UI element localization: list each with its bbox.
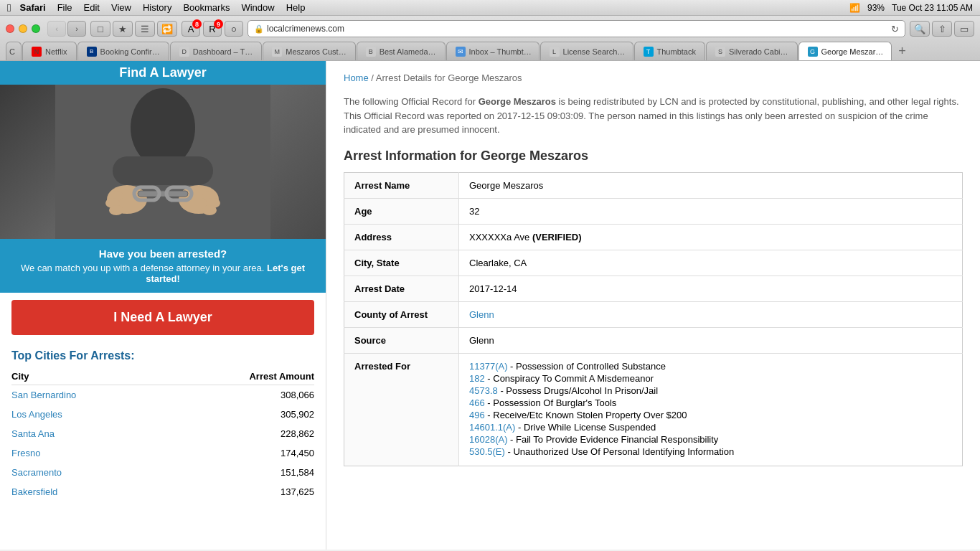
breadcrumb-current: Arrest Details for George Meszaros [376, 72, 522, 83]
menu-edit[interactable]: Edit [84, 2, 100, 13]
ext-other-icon[interactable]: ○ [225, 21, 243, 37]
city-col-header: City [11, 368, 163, 385]
field-label: Arrested For [344, 353, 459, 466]
menu-safari[interactable]: Safari [19, 2, 45, 13]
menu-history[interactable]: History [143, 2, 171, 13]
search-button[interactable]: 🔍 [910, 21, 930, 37]
arrest-info-table: Arrest NameGeorge MeszarosAge32AddressXX… [344, 172, 963, 466]
show-tab-overview-button[interactable]: □ [90, 21, 110, 37]
lawyer-image [0, 85, 326, 239]
tab-booking-label: Booking Confir… [100, 47, 160, 56]
minimize-window-button[interactable] [19, 24, 27, 33]
reload-button[interactable]: ↻ [891, 24, 899, 34]
charge-item: 4573.8 - Possess Drugs/Alcohol In Prison… [469, 385, 952, 396]
tab-meszaros-cust[interactable]: M Meszaros Cust… [263, 42, 355, 60]
city-count: 308,066 [163, 385, 314, 405]
field-value: 2017-12-14 [459, 276, 963, 301]
show-favorites-button[interactable]: ★ [113, 21, 133, 37]
new-tab-button[interactable]: + [892, 42, 913, 60]
back-button[interactable]: ‹ [47, 21, 66, 37]
menu-bookmarks[interactable]: Bookmarks [183, 2, 230, 13]
george-meszar-favicon: G [808, 47, 818, 57]
field-label: Arrest Date [344, 276, 459, 301]
tab-thumbtack[interactable]: T Thumbtack [634, 42, 705, 60]
city-link[interactable]: Sacramento [11, 467, 62, 478]
info-row: Arrested For11377(A) - Possession of Con… [344, 353, 963, 466]
tab-silverado[interactable]: S Silverado Cabi… [706, 42, 798, 60]
tab-george-meszar[interactable]: G George Meszar… [798, 42, 892, 60]
sidebar: Find A Lawyer [0, 61, 326, 550]
tab-dashboard[interactable]: D Dashboard – T… [170, 42, 263, 60]
menubar:  Safari File Edit View History Bookmark… [0, 0, 980, 16]
tab-best-alameda[interactable]: B Best Alameda… [357, 42, 446, 60]
tab-netflix[interactable]: N Netflix [22, 42, 77, 60]
info-row: City, StateClearlake, CA [344, 250, 963, 276]
charge-link[interactable]: 4573.8 [469, 385, 498, 396]
legal-notice: The following Official Record for George… [344, 95, 963, 137]
menu-help[interactable]: Help [286, 2, 306, 13]
top-cities-title: Top Cities For Arrests: [11, 349, 314, 362]
county-link[interactable]: Glenn [469, 309, 494, 320]
apple-menu[interactable]:  [7, 1, 11, 14]
legal-name: George Meszaros [479, 96, 556, 107]
city-link[interactable]: Los Angeles [11, 409, 62, 420]
address-bar[interactable]: 🔒 localcrimenews.com ↻ [248, 20, 905, 37]
i-need-a-lawyer-button[interactable]: I Need A Lawyer [11, 300, 314, 335]
city-row: Santa Ana 228,862 [11, 424, 314, 443]
inbox-favicon: ✉ [456, 47, 466, 57]
forward-button[interactable]: › [67, 21, 86, 37]
tab-c[interactable]: C [6, 42, 22, 60]
show-sidebar-button[interactable]: ☰ [135, 21, 155, 37]
page-area: Find A Lawyer [0, 61, 980, 550]
field-value-link: Glenn [459, 301, 963, 327]
breadcrumb-home-link[interactable]: Home [344, 72, 369, 83]
charge-link[interactable]: 466 [469, 397, 485, 408]
tab-inbox[interactable]: ✉ Inbox – Thumbt… [446, 42, 540, 60]
tab-booking[interactable]: B Booking Confir… [77, 42, 169, 60]
charge-link[interactable]: 11377(A) [469, 361, 507, 372]
field-label: Arrest Name [344, 172, 459, 198]
tab-george-meszar-label: George Meszar… [821, 47, 884, 56]
charge-link[interactable]: 14601.1(A) [469, 422, 515, 433]
menu-window[interactable]: Window [241, 2, 274, 13]
city-link[interactable]: Santa Ana [11, 428, 55, 439]
charge-link[interactable]: 530.5(E) [469, 446, 505, 457]
share-button[interactable]: 🔁 [157, 21, 177, 37]
ext-reddit-icon[interactable]: R9 [203, 21, 222, 37]
city-link[interactable]: Bakersfield [11, 486, 57, 497]
city-row: Fresno 174,450 [11, 443, 314, 463]
tab-dashboard-label: Dashboard – T… [193, 47, 253, 56]
svg-point-10 [202, 205, 217, 215]
city-count: 305,902 [163, 405, 314, 424]
svg-point-1 [131, 88, 195, 167]
charge-link[interactable]: 496 [469, 410, 485, 420]
breadcrumb: Home / Arrest Details for George Meszaro… [344, 72, 963, 83]
menu-file[interactable]: File [57, 2, 72, 13]
charge-link[interactable]: 16028(A) [469, 434, 507, 445]
info-row: Age32 [344, 198, 963, 224]
main-content: Home / Arrest Details for George Meszaro… [326, 61, 980, 550]
charge-item: 182 - Conspiracy To Commit A Misdemeanor [469, 373, 952, 384]
city-link[interactable]: San Bernardino [11, 390, 76, 400]
field-value: Glenn [459, 327, 963, 353]
url-text: localcrimenews.com [267, 24, 344, 34]
info-row: Arrest Date2017-12-14 [344, 276, 963, 301]
tab-license-search[interactable]: L License Search… [540, 42, 633, 60]
arrest-col-header: Arrest Amount [163, 368, 314, 385]
share-page-button[interactable]: ⇧ [932, 21, 952, 37]
tabs-bar: C N Netflix B Booking Confir… D Dashboar… [6, 42, 974, 60]
fullscreen-window-button[interactable] [32, 24, 40, 33]
cities-table: City Arrest Amount San Bernardino 308,06… [11, 368, 314, 501]
ext-amazon-icon[interactable]: A8 [182, 21, 200, 37]
field-value: Clearlake, CA [459, 250, 963, 276]
field-label: Address [344, 224, 459, 250]
open-new-window-button[interactable]: ▭ [954, 21, 974, 37]
charge-link[interactable]: 182 [469, 373, 485, 384]
info-row: SourceGlenn [344, 327, 963, 353]
city-link[interactable]: Fresno [11, 448, 40, 458]
menu-view[interactable]: View [111, 2, 131, 13]
info-row: Arrest NameGeorge Meszaros [344, 172, 963, 198]
charge-item: 11377(A) - Possession of Controlled Subs… [469, 361, 952, 372]
close-window-button[interactable] [6, 24, 14, 33]
battery-status: 93% [867, 3, 885, 13]
